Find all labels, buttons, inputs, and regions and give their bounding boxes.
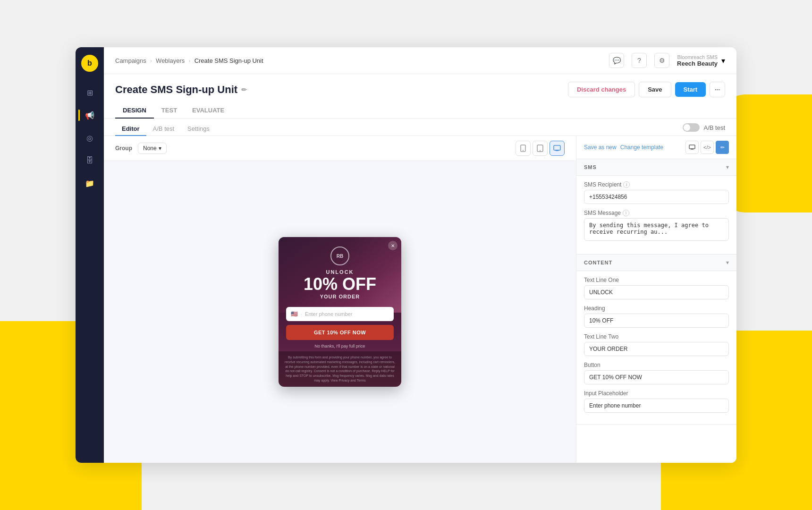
- sms-recipient-label: SMS Recipient i: [584, 181, 729, 188]
- device-desktop-btn[interactable]: [550, 141, 565, 156]
- tab-settings[interactable]: Settings: [181, 122, 216, 136]
- tab-test[interactable]: TEST: [154, 103, 185, 119]
- pencil-icon: ✏: [720, 144, 725, 151]
- sidebar-item-files[interactable]: 📁: [80, 174, 99, 193]
- recipient-info-icon[interactable]: i: [623, 181, 630, 188]
- input-placeholder-input[interactable]: [584, 399, 729, 413]
- change-template-button[interactable]: Change template: [620, 144, 663, 151]
- campaigns-icon: 📢: [85, 111, 94, 120]
- account-name: Reech Beauty: [677, 60, 718, 67]
- main-window: b ⊞ 📢 ◎ 🗄 📁 Campaigns › Weblayers › Crea…: [76, 47, 736, 463]
- ab-test-label: A/B test: [703, 124, 725, 131]
- sms-message-group: SMS Message i By sending this message, I…: [584, 210, 729, 243]
- header: Campaigns › Weblayers › Create SMS Sign-…: [104, 47, 736, 74]
- panel-desktop-icon[interactable]: [685, 141, 699, 154]
- sms-recipient-input[interactable]: [584, 190, 729, 204]
- popup-text: UNLOCK 10% OFF YOUR ORDER: [279, 269, 401, 303]
- code-icon: </>: [703, 144, 711, 150]
- sms-message-label: SMS Message i: [584, 210, 729, 216]
- analytics-icon: ◎: [86, 134, 93, 143]
- message-info-icon[interactable]: i: [623, 210, 629, 216]
- button-group: Button: [584, 362, 729, 384]
- account-chevron-icon: ▾: [721, 56, 725, 65]
- popup-percent-text: 10% OFF: [286, 275, 394, 294]
- account-info[interactable]: Bloomreach SMS Reech Beauty ▾: [677, 54, 725, 67]
- tab-ab-test[interactable]: A/B test: [146, 122, 181, 136]
- sidebar-logo[interactable]: b: [81, 55, 98, 72]
- start-button[interactable]: Start: [675, 82, 706, 97]
- button-input[interactable]: [584, 370, 729, 384]
- header-right: 💬 ? ⚙ Bloomreach SMS Reech Beauty ▾: [609, 53, 725, 68]
- content-section-header[interactable]: CONTENT ▾: [576, 255, 736, 271]
- tab-design[interactable]: DESIGN: [115, 103, 154, 119]
- chat-icon-button[interactable]: 💬: [609, 53, 624, 68]
- device-mobile-btn[interactable]: [516, 141, 531, 156]
- popup-logo: RB: [279, 237, 401, 269]
- flag-icon: 🇺🇸: [291, 311, 298, 317]
- popup-your-order-text: YOUR ORDER: [286, 294, 394, 299]
- popup-cta-button[interactable]: GET 10% OFF NOW: [286, 325, 394, 340]
- content-area: Campaigns › Weblayers › Create SMS Sign-…: [104, 47, 736, 463]
- canvas-toolbar: Group None ▾: [104, 136, 576, 161]
- tabs-secondary: Editor A/B test Settings A/B test: [104, 119, 736, 136]
- text-line-one-input[interactable]: [584, 285, 729, 299]
- sms-section-header[interactable]: SMS ▾: [576, 159, 736, 176]
- title-actions: Discard changes Save Start ···: [568, 82, 725, 97]
- breadcrumb-current: Create SMS Sign-up Unit: [195, 57, 263, 64]
- text-line-two-input[interactable]: [584, 342, 729, 356]
- sms-chevron-icon: ▾: [726, 164, 729, 170]
- more-button[interactable]: ···: [710, 82, 725, 97]
- editor-area: Group None ▾: [104, 136, 736, 463]
- content-section-label: CONTENT: [584, 260, 612, 265]
- sidebar-item-analytics[interactable]: ◎: [80, 128, 99, 147]
- sidebar-item-campaigns[interactable]: 📢: [80, 106, 99, 125]
- group-select[interactable]: None ▾: [138, 143, 167, 154]
- panel-code-icon[interactable]: </>: [701, 141, 714, 154]
- ab-test-toggle: A/B test: [683, 122, 725, 136]
- popup-logo-circle: RB: [330, 246, 349, 265]
- device-tablet-btn[interactable]: [533, 141, 548, 156]
- popup-no-thanks-text[interactable]: No thanks, I'll pay full price: [279, 344, 401, 351]
- tab-editor[interactable]: Editor: [115, 122, 146, 136]
- sidebar-item-grid[interactable]: ⊞: [80, 83, 99, 102]
- settings-icon: ⚙: [659, 57, 665, 64]
- text-line-two-label: Text Line Two: [584, 333, 729, 340]
- popup-legal-text: By submitting this form and providing yo…: [279, 351, 401, 387]
- group-label: Group: [115, 145, 132, 152]
- popup-phone-input[interactable]: 🇺🇸 · Enter phone number: [286, 307, 394, 321]
- account-text: Bloomreach SMS Reech Beauty: [677, 54, 718, 67]
- breadcrumb-campaigns[interactable]: Campaigns: [115, 57, 146, 64]
- save-as-new-button[interactable]: Save as new: [584, 144, 617, 151]
- panel-edit-icon[interactable]: ✏: [716, 141, 729, 154]
- sms-section-body: SMS Recipient i SMS Message i By sending…: [576, 176, 736, 255]
- canvas-content: ✕ RB UNLOCK 10% OFF YOUR ORDER: [104, 161, 576, 463]
- right-panel-content: SMS ▾ SMS Recipient i: [576, 159, 736, 463]
- svg-rect-4: [554, 145, 560, 150]
- discard-button[interactable]: Discard changes: [568, 82, 635, 97]
- input-placeholder-group: Input Placeholder: [584, 390, 729, 413]
- device-buttons: [516, 141, 565, 156]
- settings-icon-button[interactable]: ⚙: [654, 53, 669, 68]
- save-button[interactable]: Save: [639, 82, 671, 97]
- breadcrumb-weblayers[interactable]: Weblayers: [156, 57, 185, 64]
- help-icon: ?: [637, 57, 641, 64]
- right-panel: Save as new Change template </>: [576, 136, 736, 463]
- right-panel-toolbar: Save as new Change template </>: [576, 136, 736, 159]
- input-placeholder-label: Input Placeholder: [584, 390, 729, 397]
- edit-title-icon[interactable]: ✏: [241, 86, 247, 94]
- chat-icon: 💬: [613, 57, 621, 64]
- sms-message-input[interactable]: By sending this message, I agree to rece…: [584, 218, 729, 241]
- help-icon-button[interactable]: ?: [632, 53, 647, 68]
- heading-input[interactable]: [584, 314, 729, 328]
- title-bar: Create SMS Sign-up Unit ✏ Discard change…: [104, 74, 736, 97]
- heading-label: Heading: [584, 305, 729, 312]
- content-chevron-icon: ▾: [726, 259, 729, 266]
- grid-icon: ⊞: [87, 88, 93, 97]
- sms-recipient-group: SMS Recipient i: [584, 181, 729, 204]
- ab-test-switch[interactable]: [683, 123, 700, 132]
- svg-rect-7: [689, 145, 695, 149]
- sidebar-item-database[interactable]: 🗄: [80, 151, 99, 170]
- tab-evaluate[interactable]: EVALUATE: [185, 103, 232, 119]
- text-line-one-group: Text Line One: [584, 277, 729, 299]
- page-title: Create SMS Sign-up Unit ✏: [115, 84, 247, 96]
